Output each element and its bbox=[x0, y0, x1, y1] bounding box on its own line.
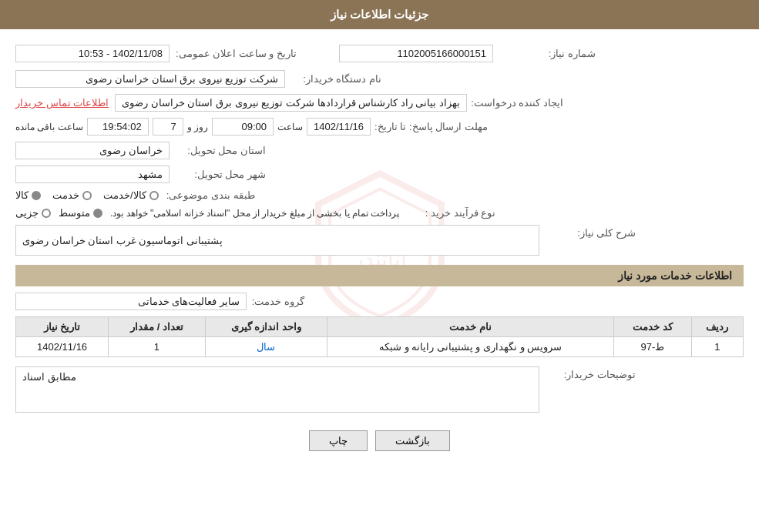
mohlat-saat-value: 09:00 bbox=[212, 118, 274, 136]
table-row: 1 ط-97 سرویس و نگهداری و پشتیبانی رایانه… bbox=[16, 337, 744, 357]
cell-count: 1 bbox=[109, 337, 206, 357]
radio-kala-khedmat-label: کالا/خدمت bbox=[103, 189, 146, 201]
radio-kala[interactable]: کالا bbox=[15, 189, 41, 201]
sharh-value: پشتیبانی اتوماسیون غرب استان خراسان رضوی bbox=[22, 235, 223, 246]
group-value: سایر فعالیت‌های خدماتی bbox=[15, 293, 247, 310]
shomara-niaz-value: 1102005166000151 bbox=[339, 45, 493, 62]
col-count: تعداد / مقدار bbox=[109, 317, 206, 337]
buyer-note-label: توضیحات خریدار: bbox=[539, 366, 640, 380]
buyer-note-value: مطابق اسناد bbox=[22, 371, 76, 383]
col-code: کد خدمت bbox=[614, 317, 691, 337]
radio-motevaset-circle bbox=[93, 209, 102, 218]
aettelaat-link[interactable]: اطلاعات تماس خریدار bbox=[15, 97, 109, 109]
mohlat-baqi-label: ساعت باقی مانده bbox=[15, 122, 83, 132]
shahr-tahvil-value: مشهد bbox=[15, 166, 170, 183]
tarikhe-elam-value: 1402/11/08 - 10:53 bbox=[15, 45, 170, 62]
tabaghebandi-label: طبقه بندی موضوعی: bbox=[159, 189, 259, 201]
cell-date: 1402/11/16 bbox=[16, 337, 109, 357]
services-table: ردیف کد خدمت نام خدمت واحد اندازه گیری ت… bbox=[15, 316, 744, 357]
group-label: گروه خدمت: bbox=[247, 296, 308, 307]
services-header: اطلاعات خدمات مورد نیاز bbox=[15, 265, 744, 286]
cell-name: سرویس و نگهداری و پشتیبانی رایانه و شبکه bbox=[327, 337, 614, 357]
back-button[interactable]: بازگشت bbox=[375, 430, 450, 451]
ijad-label: ایجاد کننده درخواست: bbox=[467, 97, 567, 109]
mohlat-rooz-label: روز و bbox=[187, 122, 208, 132]
radio-motevaset[interactable]: متوسط bbox=[59, 207, 102, 219]
print-button[interactable]: چاپ bbox=[309, 430, 368, 451]
col-date: تاریخ نیاز bbox=[16, 317, 109, 337]
col-name: نام خدمت bbox=[327, 317, 614, 337]
noue-farayand-label: نوع فرآیند خرید : bbox=[399, 207, 499, 219]
name-dastgah-value: شرکت توزیع نیروی برق استان خراسان رضوی bbox=[15, 70, 285, 88]
mohlat-rooz-value: 7 bbox=[153, 118, 183, 136]
radio-kala-khedmat-circle bbox=[149, 191, 159, 200]
ijad-value: بهزاد بیانی راد کارشناس قراردادها شرکت ت… bbox=[115, 94, 467, 112]
radio-khedmat-circle bbox=[82, 191, 92, 200]
radio-motevaset-label: متوسط bbox=[59, 207, 90, 219]
farayand-note: پرداخت تمام یا بخشی از مبلغ خریدار از مح… bbox=[110, 208, 399, 219]
mohlat-saat-label: ساعت bbox=[277, 122, 303, 132]
cell-radif: 1 bbox=[691, 337, 743, 357]
radio-kala-label: کالا bbox=[15, 189, 29, 201]
col-radif: ردیف bbox=[691, 317, 743, 337]
tarikhe-elam-label: تاریخ و ساعت اعلان عمومی: bbox=[176, 48, 301, 59]
radio-khedmat[interactable]: خدمت bbox=[52, 189, 92, 201]
radio-jozei[interactable]: جزیی bbox=[15, 207, 51, 219]
page-title: جزئیات اطلاعات نیاز bbox=[0, 0, 759, 29]
sharh-label: شرح کلی نیاز: bbox=[539, 225, 640, 239]
mohlat-label: مهلت ارسال پاسخ: تا تاریخ: bbox=[374, 121, 492, 132]
cell-code: ط-97 bbox=[614, 337, 691, 357]
radio-jozei-circle bbox=[42, 209, 51, 218]
ostan-tahvil-label: استان محل تحویل: bbox=[170, 145, 270, 156]
shomara-niaz-label: شماره نیاز: bbox=[499, 48, 599, 59]
mohlat-baqi-value: 19:54:02 bbox=[87, 118, 149, 136]
mohlat-date: 1402/11/16 bbox=[307, 118, 371, 136]
radio-kala-khedmat[interactable]: کالا/خدمت bbox=[103, 189, 159, 201]
bottom-buttons: بازگشت چاپ bbox=[15, 419, 744, 463]
shahr-tahvil-label: شهر محل تحویل: bbox=[170, 169, 270, 180]
tabaghebandi-radio-group: کالا/خدمت خدمت کالا bbox=[15, 189, 159, 201]
cell-unit: سال bbox=[205, 337, 327, 357]
radio-khedmat-label: خدمت bbox=[52, 189, 79, 201]
col-unit: واحد اندازه گیری bbox=[205, 317, 327, 337]
radio-jozei-label: جزیی bbox=[15, 207, 39, 219]
ostan-tahvil-value: خراسان رضوی bbox=[15, 142, 170, 159]
radio-kala-circle bbox=[32, 191, 41, 200]
name-dastgah-label: نام دستگاه خریدار: bbox=[285, 73, 385, 85]
